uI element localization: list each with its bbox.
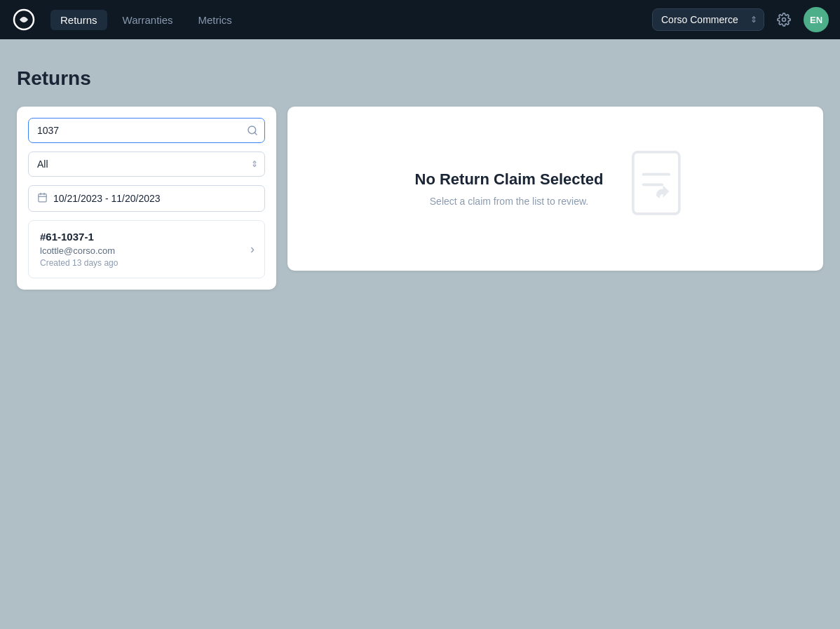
filter-select[interactable]: All Open Closed Pending: [28, 151, 265, 177]
date-range-picker[interactable]: 10/21/2023 - 11/20/2023: [28, 185, 265, 212]
empty-state-text: No Return Claim Selected Select a claim …: [415, 170, 604, 207]
svg-line-3: [255, 133, 257, 135]
logo: [11, 7, 36, 32]
filter-select-wrapper: All Open Closed Pending ⇕: [28, 151, 265, 177]
tab-returns[interactable]: Returns: [50, 10, 107, 30]
svg-rect-4: [39, 194, 46, 202]
claim-created: Created 13 days ago: [40, 258, 118, 268]
navbar: Returns Warranties Metrics Corso Commerc…: [0, 0, 840, 39]
claim-id: #61-1037-1: [40, 231, 118, 243]
tab-metrics[interactable]: Metrics: [189, 10, 242, 30]
page-content: Returns All Open Closed Pe: [0, 39, 840, 306]
svg-rect-8: [633, 152, 679, 214]
empty-state-title: No Return Claim Selected: [415, 170, 604, 189]
search-icon: [247, 125, 258, 136]
page-title: Returns: [17, 67, 823, 90]
return-receipt-icon: [625, 149, 696, 229]
claim-info: #61-1037-1 lcottle@corso.com Created 13 …: [40, 231, 118, 268]
date-range-value: 10/21/2023 - 11/20/2023: [53, 193, 161, 204]
empty-state-subtitle: Select a claim from the list to review.: [415, 196, 604, 207]
store-selector[interactable]: Corso Commerce: [652, 8, 764, 31]
left-panel: All Open Closed Pending ⇕ 10/21: [17, 107, 276, 290]
svg-point-1: [783, 18, 786, 22]
search-input[interactable]: [28, 118, 265, 143]
empty-state: No Return Claim Selected Select a claim …: [415, 149, 696, 229]
navbar-right: Corso Commerce ⇕ EN: [652, 7, 829, 32]
claim-chevron-icon: ›: [250, 242, 255, 257]
search-button[interactable]: [247, 125, 258, 136]
gear-icon: [777, 13, 791, 27]
claim-email: lcottle@corso.com: [40, 245, 118, 256]
claim-card[interactable]: #61-1037-1 lcottle@corso.com Created 13 …: [28, 220, 265, 278]
calendar-icon: [37, 192, 48, 205]
search-wrapper: [28, 118, 265, 143]
settings-button[interactable]: [771, 7, 797, 32]
store-selector-wrapper: Corso Commerce ⇕: [652, 8, 764, 31]
tab-warranties[interactable]: Warranties: [113, 10, 183, 30]
main-layout: All Open Closed Pending ⇕ 10/21: [17, 107, 823, 290]
user-avatar[interactable]: EN: [804, 7, 829, 32]
right-panel: No Return Claim Selected Select a claim …: [287, 107, 823, 271]
